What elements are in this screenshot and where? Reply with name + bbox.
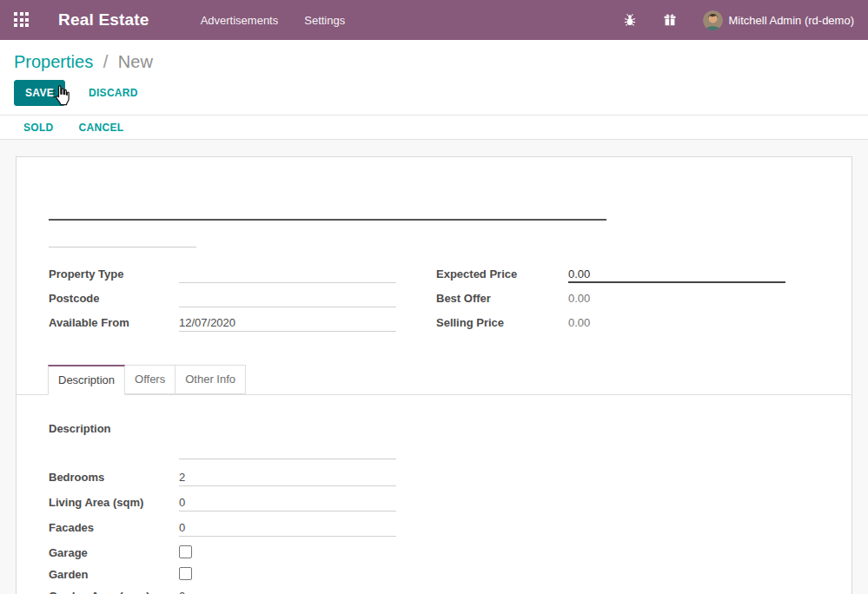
property-type-select[interactable] [179,266,396,283]
selling-price-value: 0.00 [568,314,785,329]
selling-price-label: Selling Price [436,314,568,329]
breadcrumb-separator: / [103,52,109,71]
field-row-bedrooms: Bedrooms 2 [49,469,819,486]
description-label: Description [49,420,179,459]
garden-area-label: Garden Area (sqm) [49,588,179,594]
bedrooms-label: Bedrooms [49,469,179,484]
field-row-garden: Garden [49,566,819,583]
best-offer-value: 0.00 [568,290,785,305]
cancel-button[interactable]: CANCEL [79,122,124,134]
form-statusbar: SOLD CANCEL [0,116,868,140]
field-row-selling-price: Selling Price 0.00 [436,314,785,332]
breadcrumb-properties[interactable]: Properties [14,52,93,71]
apps-grid-icon[interactable] [14,12,30,28]
form-view-background: Property Type Postcode Available From 12… [0,140,868,594]
expected-price-label: Expected Price [436,266,568,280]
breadcrumb: Properties / New [14,52,854,72]
garden-checkbox[interactable] [179,567,192,580]
app-window: Real Estate Advertisements Settings [0,0,868,594]
field-row-description: Description [49,420,819,459]
sold-button[interactable]: SOLD [23,122,54,134]
field-row-garage: Garage [49,544,819,561]
field-row-available-from: Available From 12/07/2020 [49,314,396,332]
user-name[interactable]: Mitchell Admin (rd-demo) [729,14,855,27]
living-area-input[interactable]: 0 [179,494,396,512]
expected-price-input[interactable]: 0.00 [568,266,785,283]
field-group-right: Expected Price 0.00 Best Offer 0.00 Sell… [436,266,785,339]
postcode-input[interactable] [179,290,396,307]
notebook-tabs: Description Offers Other Info [16,366,852,395]
property-name-input[interactable] [49,181,606,221]
property-type-label: Property Type [49,266,179,280]
garden-label: Garden [49,566,179,581]
form-sheet: Property Type Postcode Available From 12… [16,156,852,594]
user-avatar[interactable] [703,10,723,30]
tab-content-description: Description Bedrooms 2 Living Area (sqm)… [49,395,819,594]
garage-label: Garage [49,544,179,559]
available-from-label: Available From [49,314,179,329]
menu-advertisements[interactable]: Advertisements [199,10,281,30]
debug-bug-icon[interactable] [623,13,637,27]
save-button[interactable]: SAVE [14,80,65,106]
app-title[interactable]: Real Estate [58,10,149,30]
field-row-property-type: Property Type [49,266,396,283]
field-group: Property Type Postcode Available From 12… [49,266,819,339]
top-navbar: Real Estate Advertisements Settings [0,0,868,40]
tags-input[interactable] [49,230,196,248]
field-row-facades: Facades 0 [49,519,819,537]
field-row-postcode: Postcode [49,290,396,307]
topbar-right: Mitchell Admin (rd-demo) [597,10,855,30]
tab-other-info[interactable]: Other Info [176,365,246,394]
postcode-label: Postcode [49,290,179,305]
facades-label: Facades [49,519,179,534]
discard-button[interactable]: DISCARD [89,87,138,99]
control-panel: Properties / New SAVE DISCARD [0,40,868,116]
description-textarea[interactable] [179,420,396,459]
gift-icon[interactable] [663,13,677,27]
field-row-living-area: Living Area (sqm) 0 [49,494,819,512]
best-offer-label: Best Offer [436,290,568,305]
field-row-expected-price: Expected Price 0.00 [436,266,785,283]
tab-description[interactable]: Description [48,365,125,395]
available-from-date-input[interactable]: 12/07/2020 [179,314,396,332]
bedrooms-input[interactable]: 2 [179,469,396,486]
garage-checkbox[interactable] [179,545,192,558]
tab-offers[interactable]: Offers [125,365,176,394]
facades-input[interactable]: 0 [179,519,396,537]
control-panel-buttons: SAVE DISCARD [14,80,854,106]
field-row-best-offer: Best Offer 0.00 [436,290,785,307]
garden-area-input[interactable]: 0 [179,588,396,594]
field-row-garden-area: Garden Area (sqm) 0 [49,588,819,594]
top-menu: Advertisements Settings [199,10,348,30]
living-area-label: Living Area (sqm) [49,494,179,509]
breadcrumb-current: New [118,52,153,71]
field-group-left: Property Type Postcode Available From 12… [49,266,396,339]
menu-settings[interactable]: Settings [302,10,347,30]
